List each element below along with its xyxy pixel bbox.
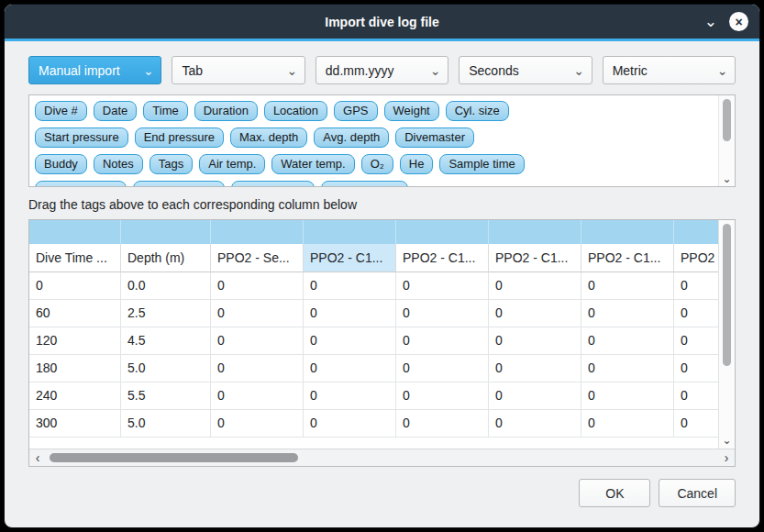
table-cell: 0	[674, 382, 718, 410]
tag-pill-weight[interactable]: Weight	[384, 101, 439, 121]
chevron-left-icon: ‹	[36, 450, 40, 465]
tag-pill-dive[interactable]: Dive #	[35, 101, 87, 121]
import-table: Dive Time ...Depth (m)PPO2 - Se...PPO2 -…	[28, 219, 736, 467]
tag-pill-time[interactable]: Time	[143, 101, 187, 121]
table-cell: 0	[396, 327, 489, 355]
column-header: PPO2 - C1...	[304, 244, 396, 272]
dropdown-manual-import[interactable]: Manual import⌄	[28, 56, 161, 84]
tag-pill-divemaster[interactable]: Divemaster	[395, 127, 474, 148]
table-cell: 180	[29, 355, 121, 382]
tag-pill-sample-temp[interactable]: Sample temp.	[133, 181, 225, 187]
tag-pill-avg-depth[interactable]: Avg. depth	[314, 127, 389, 148]
table-cell: 0	[674, 272, 718, 300]
tag-pill-sample-cns[interactable]: Sample CNS	[321, 181, 408, 187]
tag-pill-sample-po[interactable]: Sample pO₂	[231, 181, 314, 187]
column-header: PPO2 - C1...	[489, 244, 581, 272]
column-drop-target[interactable]	[489, 220, 581, 244]
table-row: 2405.5000000	[29, 382, 718, 410]
tag-pill-cyl-size[interactable]: Cyl. size	[446, 101, 509, 121]
column-drop-target[interactable]	[304, 220, 396, 244]
column-drop-target[interactable]	[396, 220, 489, 244]
tag-scrollbar: ⌄	[718, 95, 735, 186]
tag-row: Start pressureEnd pressureMax. depthAvg.…	[35, 127, 711, 148]
column-drop-target[interactable]	[581, 220, 674, 244]
table-header-row: Dive Time ...Depth (m)PPO2 - Se...PPO2 -…	[29, 244, 718, 272]
dropdown-value: Tab	[172, 63, 279, 78]
table-cell: 4.5	[121, 327, 211, 355]
table-cell: 0	[396, 300, 489, 327]
column-header: PPO2 - C1...	[396, 244, 489, 272]
dropdown-value: Manual import	[29, 63, 136, 78]
scroll-right-button[interactable]: ›	[718, 451, 735, 464]
cancel-button[interactable]: Cancel	[659, 479, 736, 507]
scroll-down-button[interactable]: ⌄	[719, 435, 735, 446]
chevron-down-icon: ⌄	[136, 64, 161, 77]
dropdown-seconds[interactable]: Seconds⌄	[459, 56, 592, 84]
table-cell: 0	[304, 355, 396, 382]
tag-pill-air-temp[interactable]: Air temp.	[199, 154, 265, 174]
close-button[interactable]: ×	[729, 12, 748, 31]
tag-pill-he[interactable]: He	[400, 154, 434, 174]
dialog-buttons: OK Cancel	[28, 479, 736, 507]
table-cell: 0	[489, 327, 581, 355]
dropdown-metric[interactable]: Metric⌄	[603, 56, 736, 84]
column-drop-target[interactable]	[674, 220, 718, 244]
tag-pill-date[interactable]: Date	[94, 101, 137, 121]
table-cell: 0	[674, 300, 718, 327]
table-cell: 0	[489, 300, 581, 327]
table-cell: 0	[581, 410, 674, 438]
tag-pill-o[interactable]: O₂	[361, 154, 393, 174]
dropdown-tab[interactable]: Tab⌄	[172, 56, 304, 84]
table-cell: 2.5	[121, 300, 211, 327]
table-cell: 0	[304, 272, 396, 300]
tag-pill-max-depth[interactable]: Max. depth	[230, 127, 307, 148]
tag-pill-start-pressure[interactable]: Start pressure	[35, 127, 128, 148]
tag-pill-notes[interactable]: Notes	[94, 154, 143, 174]
rollup-button[interactable]: ⌄	[704, 14, 717, 29]
titlebar-controls: ⌄ ×	[704, 5, 748, 39]
scroll-left-button[interactable]: ‹	[29, 451, 46, 464]
dialog-window: Import dive log file ⌄ × Manual import⌄T…	[4, 4, 760, 528]
tag-pill-water-temp[interactable]: Water temp.	[271, 154, 354, 174]
table-cell: 0	[581, 300, 674, 327]
chevron-down-icon: ⌄	[710, 64, 735, 77]
ok-button[interactable]: OK	[579, 479, 650, 507]
column-drop-target[interactable]	[121, 220, 211, 244]
tag-pill-tags[interactable]: Tags	[149, 154, 193, 174]
chevron-down-icon: ⌄	[722, 172, 731, 185]
tag-pill-location[interactable]: Location	[264, 101, 327, 121]
dropdown-value: dd.mm.yyyy	[316, 63, 423, 78]
table-main: Dive Time ...Depth (m)PPO2 - Se...PPO2 -…	[29, 220, 735, 449]
window-title: Import dive log file	[325, 15, 438, 29]
tag-pill-sample-time[interactable]: Sample time	[439, 154, 524, 174]
table-cell: 0	[211, 300, 304, 327]
scroll-down-button[interactable]: ⌄	[719, 173, 735, 184]
chevron-down-icon: ⌄	[567, 64, 592, 77]
table-cell: 0	[211, 410, 304, 438]
table-cell: 0	[211, 355, 304, 382]
table-cell: 0	[674, 355, 718, 382]
table-row: 3005.0000000	[29, 410, 718, 438]
tag-pill-gps[interactable]: GPS	[334, 101, 377, 121]
column-drop-target[interactable]	[29, 220, 121, 244]
tag-row: Dive #DateTimeDurationLocationGPSWeightC…	[35, 101, 711, 121]
scrollbar-handle[interactable]	[723, 224, 731, 366]
table-cell: 120	[29, 327, 121, 355]
table-cell: 240	[29, 382, 121, 410]
table-cell: 300	[29, 410, 121, 438]
tag-pill-buddy[interactable]: Buddy	[35, 154, 87, 174]
table-cell: 0	[396, 382, 489, 410]
table-row: 602.5000000	[29, 300, 718, 327]
tag-row: BuddyNotesTagsAir temp.Water temp.O₂HeSa…	[35, 154, 711, 174]
table-cell: 0	[396, 355, 489, 382]
chevron-down-icon: ⌄	[280, 64, 304, 77]
column-drop-target[interactable]	[211, 220, 304, 244]
tag-row: Sample depthSample temp.Sample pO₂Sample…	[35, 181, 711, 187]
table-cell: 0	[581, 355, 674, 382]
scrollbar-handle[interactable]	[723, 99, 731, 141]
tag-pill-duration[interactable]: Duration	[194, 101, 258, 121]
scrollbar-handle[interactable]	[50, 453, 298, 462]
dropdown-dd-mm-yyyy[interactable]: dd.mm.yyyy⌄	[316, 56, 448, 84]
tag-pill-end-pressure[interactable]: End pressure	[135, 127, 224, 148]
tag-pill-sample-depth[interactable]: Sample depth	[35, 181, 127, 187]
